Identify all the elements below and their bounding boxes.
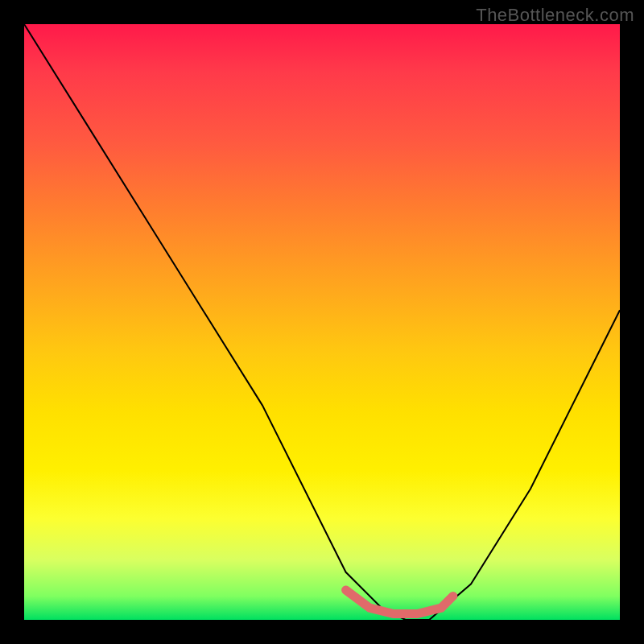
watermark-text: TheBottleneck.com: [476, 5, 634, 26]
bottleneck-curve-line: [24, 24, 620, 620]
optimal-range-band: [346, 590, 453, 614]
chart-plot-area: [24, 24, 620, 620]
chart-svg: [24, 24, 620, 620]
